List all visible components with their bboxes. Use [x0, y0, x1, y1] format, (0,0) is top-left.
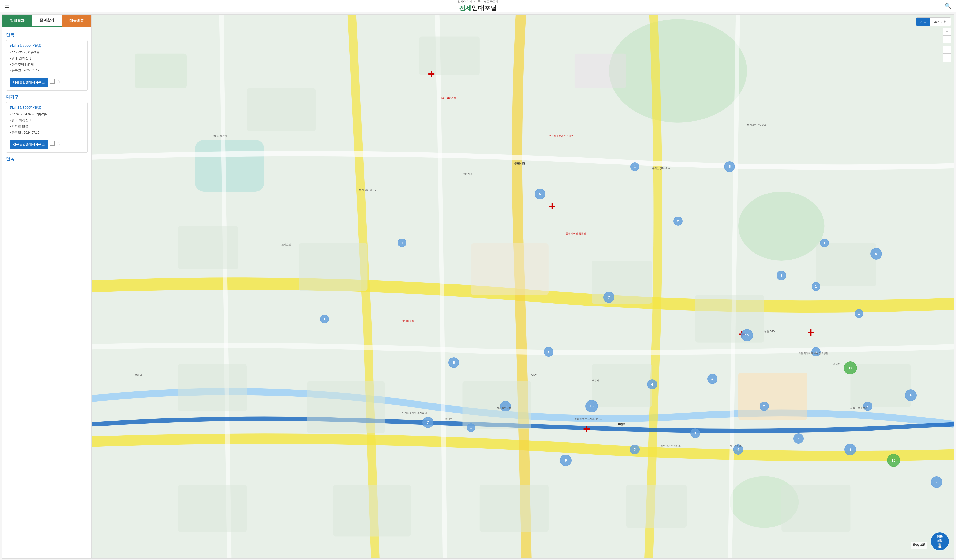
tab-favorites[interactable]: 즐겨찾기 [32, 14, 62, 27]
card-actions-2: 신우공인중개사사무소 ☆ [10, 137, 84, 149]
map-label: 순천향대학교 부천병원 [549, 134, 574, 138]
map-cluster[interactable]: 4 [707, 374, 717, 384]
tab-search[interactable]: 검색결과 [2, 14, 32, 27]
left-panel: 검색결과 즐겨찾기 매물비교 단독 전세 1억2000만/없음 55㎡/55㎡,… [2, 14, 92, 558]
compare-checkbox-1[interactable] [50, 79, 55, 84]
svg-rect-18 [592, 364, 652, 407]
map-cluster[interactable]: 3 [690, 428, 700, 438]
agent-button-2[interactable]: 신우공인중개사사무소 [10, 140, 48, 149]
map-toggle[interactable]: 지도 스카이뷰 [916, 17, 951, 26]
map-cluster[interactable]: 13 [585, 400, 598, 412]
map-label: CGV [531, 373, 537, 376]
map-label: 고려호텔 [281, 243, 291, 246]
map-cluster[interactable]: 4 [733, 444, 744, 455]
tab-compare[interactable]: 매물비교 [62, 14, 91, 27]
map-cluster[interactable]: 16 [844, 362, 857, 374]
favorite-star-2[interactable]: ☆ [57, 140, 60, 146]
map-label: 인천지방법원 부천지원 [402, 412, 427, 415]
map-cluster[interactable]: 5 [724, 161, 735, 172]
map-toggle-sky[interactable]: 스카이뷰 [930, 18, 951, 26]
map-cluster[interactable]: 1 [820, 239, 829, 247]
chatbot-line1: 챗봇 [937, 534, 943, 538]
map-label: 춘의산 (105.6m) [652, 167, 670, 170]
map-cluster[interactable]: 2 [673, 217, 682, 226]
map-label: 부천역 [592, 379, 599, 382]
map-road-type: T − [943, 46, 951, 62]
property-price-2: 전세 1억3000만/없음 [10, 106, 84, 110]
svg-rect-8 [574, 54, 626, 88]
map-cluster[interactable]: 5 [500, 401, 511, 412]
map-cluster[interactable]: 9 [870, 248, 882, 260]
svg-rect-22 [333, 485, 411, 536]
map-cluster[interactable]: 7 [603, 292, 615, 303]
map-cluster[interactable]: 4 [793, 434, 803, 444]
svg-point-3 [730, 476, 799, 528]
svg-text:+: + [583, 422, 590, 436]
map-cluster[interactable]: 1 [467, 423, 475, 432]
map-label: 래미안어반 아파트 [660, 444, 681, 448]
map-cluster[interactable]: 9 [905, 390, 917, 401]
title-dark: 임대포털 [472, 4, 497, 12]
zoom-in-button[interactable]: + [943, 28, 951, 35]
map-cluster[interactable]: 9 [560, 455, 572, 466]
map-cluster[interactable]: 2 [863, 401, 872, 411]
svg-point-2 [738, 192, 824, 261]
map-cluster[interactable]: 3 [777, 271, 786, 280]
tab-bar: 검색결과 즐겨찾기 매물비교 [2, 14, 91, 27]
map-svg: + + + + + [92, 14, 954, 558]
svg-rect-15 [178, 364, 247, 412]
menu-icon[interactable]: ☰ [5, 3, 10, 9]
map-cluster[interactable]: 2 [811, 347, 821, 356]
map-cluster[interactable]: 3 [630, 445, 640, 454]
property-detail-2-0: 64.02㎡/64.02㎡, 2층/2층 [10, 112, 84, 117]
search-icon[interactable]: 🔍 [945, 3, 951, 9]
map-cluster[interactable]: 1 [398, 239, 406, 247]
map-label: 부천역 [618, 422, 626, 426]
favorite-star-1[interactable]: ☆ [57, 79, 60, 84]
map-toggle-map[interactable]: 지도 [916, 18, 930, 26]
map-cluster[interactable]: 9 [844, 444, 856, 455]
map-cluster[interactable]: 1 [320, 315, 329, 323]
map-cluster[interactable]: 4 [647, 379, 657, 390]
map-cluster[interactable]: 3 [544, 347, 553, 357]
map-area[interactable]: + + + + + 115512531173513442334410229169… [92, 14, 954, 558]
map-cluster[interactable]: 2 [759, 401, 769, 411]
svg-point-1 [609, 19, 747, 123]
property-detail-1-0: 55㎡/55㎡, 저층/2층 [10, 50, 84, 55]
svg-rect-7 [419, 36, 480, 75]
map-cluster[interactable]: 5 [535, 189, 545, 199]
map-cluster[interactable]: 7 [422, 417, 434, 428]
map-label: 소사역 [833, 363, 840, 366]
map-label: 롯데백화점 중동점 [566, 232, 586, 235]
road-type-minus[interactable]: − [943, 54, 951, 62]
svg-rect-24 [626, 485, 687, 528]
road-type-button[interactable]: T [943, 46, 951, 54]
property-detail-1-2: 단독주택 lh전세 [10, 62, 84, 67]
chatbot-button[interactable]: 챗봇 상담 🐰 [930, 532, 950, 551]
map-cluster[interactable]: 5 [448, 357, 459, 368]
map-label: 부개역 [135, 373, 142, 377]
map-cluster[interactable]: 16 [887, 454, 900, 467]
map-label: 신중동역 [462, 172, 472, 176]
property-card-1: 전세 1억2000만/없음 55㎡/55㎡, 저층/2층 방 3, 화장실 1 … [6, 40, 88, 91]
svg-text:+: + [807, 326, 814, 339]
map-cluster[interactable]: 9 [931, 476, 942, 488]
map-cluster[interactable]: 1 [631, 162, 639, 171]
svg-rect-12 [592, 261, 652, 304]
svg-rect-0 [92, 14, 954, 558]
map-cluster[interactable]: 10 [741, 329, 753, 341]
compare-checkbox-2[interactable] [50, 141, 55, 146]
svg-rect-14 [816, 243, 876, 286]
svg-rect-23 [480, 485, 549, 532]
svg-rect-20 [850, 364, 910, 407]
zoom-out-button[interactable]: − [943, 35, 951, 43]
section-title-standalone: 단독 [6, 32, 88, 38]
map-cluster[interactable]: 1 [811, 282, 820, 291]
map-cluster[interactable]: 1 [855, 309, 863, 318]
agent-button-1[interactable]: 바른공인중개사사무소 [10, 78, 48, 87]
map-label: 부천동역 푸르지오아파트 [574, 417, 602, 420]
map-zoom: + − [943, 28, 951, 43]
header-main-title: 전세임대포털 [458, 4, 498, 13]
property-detail-2-3: 등록일 : 2024.07.15 [10, 130, 84, 135]
map-label: 송내역 [445, 417, 452, 420]
